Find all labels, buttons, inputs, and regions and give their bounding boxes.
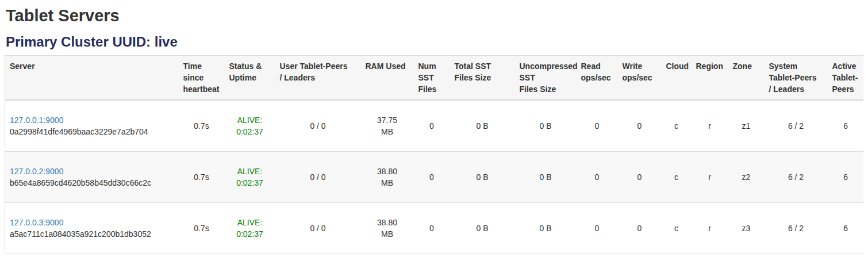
server-uuid: b65e4a8659cd4620b58b45dd30c66c2c — [10, 177, 174, 189]
column-header-total-sst-files-size: Total SST Files Size — [450, 55, 515, 100]
cell-system-tablet-peers-leaders: 6 / 2 — [765, 152, 828, 203]
column-header-cloud: Cloud — [662, 55, 692, 100]
cell-num-sst-files: 0 — [414, 203, 450, 254]
table-header: ServerTime since heartbeatStatus & Uptim… — [5, 55, 864, 100]
column-header-ram-used: RAM Used — [361, 55, 414, 100]
column-header-user-tablet-peers-leaders: User Tablet-Peers / Leaders — [275, 55, 361, 100]
cell-write-ops-sec: 0 — [618, 152, 662, 203]
cell-zone: z1 — [728, 100, 765, 152]
cell-user-tablet-peers-leaders: 0 / 0 — [275, 152, 361, 203]
server-uuid: a5ac711c1a084035a921c200b1db3052 — [10, 228, 174, 240]
cell-status-uptime: ALIVE: 0:02:37 — [225, 152, 275, 203]
column-header-num-sst-files: Num SST Files — [414, 55, 450, 100]
cell-time-since-heartbeat: 0.7s — [179, 203, 225, 254]
cell-uncompressed-sst-files-size: 0 B — [515, 152, 577, 203]
cell-total-sst-files-size: 0 B — [450, 203, 515, 254]
cell-region: r — [692, 152, 728, 203]
cell-server: 127.0.0.1:90000a2998f41dfe4969baac3229e7… — [5, 100, 179, 152]
cell-uncompressed-sst-files-size: 0 B — [515, 203, 577, 254]
cell-time-since-heartbeat: 0.7s — [179, 152, 225, 203]
column-header-uncompressed-sst-files-size: Uncompressed SST Files Size — [515, 55, 577, 100]
cell-cloud: c — [662, 152, 692, 203]
cell-write-ops-sec: 0 — [618, 203, 662, 254]
server-address-link[interactable]: 127.0.0.2:9000 — [10, 167, 63, 176]
server-address-link[interactable]: 127.0.0.3:9000 — [10, 218, 63, 227]
column-header-write-ops-sec: Write ops/sec — [618, 55, 662, 100]
cell-server: 127.0.0.2:9000b65e4a8659cd4620b58b45dd30… — [5, 152, 179, 203]
cell-total-sst-files-size: 0 B — [450, 100, 515, 152]
table-row: 127.0.0.1:90000a2998f41dfe4969baac3229e7… — [5, 100, 864, 152]
server-uuid: 0a2998f41dfe4969baac3229e7a2b704 — [10, 126, 174, 137]
cell-user-tablet-peers-leaders: 0 / 0 — [275, 100, 361, 152]
table-header-row: ServerTime since heartbeatStatus & Uptim… — [5, 55, 864, 100]
column-header-zone: Zone — [728, 55, 765, 100]
column-header-system-tablet-peers-leaders: System Tablet-Peers / Leaders — [765, 55, 828, 100]
cell-server: 127.0.0.3:9000a5ac711c1a084035a921c200b1… — [5, 203, 179, 254]
cell-zone: z2 — [728, 152, 765, 203]
column-header-read-ops-sec: Read ops/sec — [577, 55, 618, 100]
cell-ram-used: 37.75 MB — [361, 100, 414, 152]
cell-region: r — [692, 100, 728, 152]
cell-time-since-heartbeat: 0.7s — [179, 100, 225, 152]
page-title: Tablet Servers — [6, 6, 863, 25]
cell-read-ops-sec: 0 — [577, 152, 618, 203]
cell-active-tablet-peers: 6 — [828, 152, 864, 203]
column-header-region: Region — [692, 55, 728, 100]
cell-ram-used: 38.80 MB — [361, 203, 414, 254]
tablet-servers-table: ServerTime since heartbeatStatus & Uptim… — [5, 55, 863, 254]
cell-active-tablet-peers: 6 — [828, 203, 864, 254]
cell-cloud: c — [662, 100, 692, 152]
column-header-time-since-heartbeat: Time since heartbeat — [179, 55, 225, 100]
column-header-active-tablet-peers: Active Tablet- Peers — [828, 55, 864, 100]
column-header-status-uptime: Status & Uptime — [225, 55, 275, 100]
cell-region: r — [692, 203, 728, 254]
column-header-server: Server — [5, 55, 179, 100]
cell-zone: z3 — [728, 203, 765, 254]
cell-num-sst-files: 0 — [414, 100, 450, 152]
cell-system-tablet-peers-leaders: 6 / 2 — [765, 203, 828, 254]
cell-total-sst-files-size: 0 B — [450, 152, 515, 203]
cluster-uuid-heading: Primary Cluster UUID: live — [6, 34, 863, 50]
cell-user-tablet-peers-leaders: 0 / 0 — [275, 203, 361, 254]
cell-status-uptime: ALIVE: 0:02:37 — [225, 100, 275, 152]
server-address-link[interactable]: 127.0.0.1:9000 — [10, 116, 63, 125]
cell-write-ops-sec: 0 — [618, 100, 662, 152]
cell-num-sst-files: 0 — [414, 152, 450, 203]
cell-ram-used: 38.80 MB — [361, 152, 414, 203]
table-row: 127.0.0.2:9000b65e4a8659cd4620b58b45dd30… — [5, 152, 864, 203]
cell-cloud: c — [662, 203, 692, 254]
cell-read-ops-sec: 0 — [577, 203, 618, 254]
cell-active-tablet-peers: 6 — [828, 100, 864, 152]
cell-system-tablet-peers-leaders: 6 / 2 — [765, 100, 828, 152]
cell-uncompressed-sst-files-size: 0 B — [515, 100, 577, 152]
cell-read-ops-sec: 0 — [577, 100, 618, 152]
cell-status-uptime: ALIVE: 0:02:37 — [225, 203, 275, 254]
table-row: 127.0.0.3:9000a5ac711c1a084035a921c200b1… — [5, 203, 864, 254]
